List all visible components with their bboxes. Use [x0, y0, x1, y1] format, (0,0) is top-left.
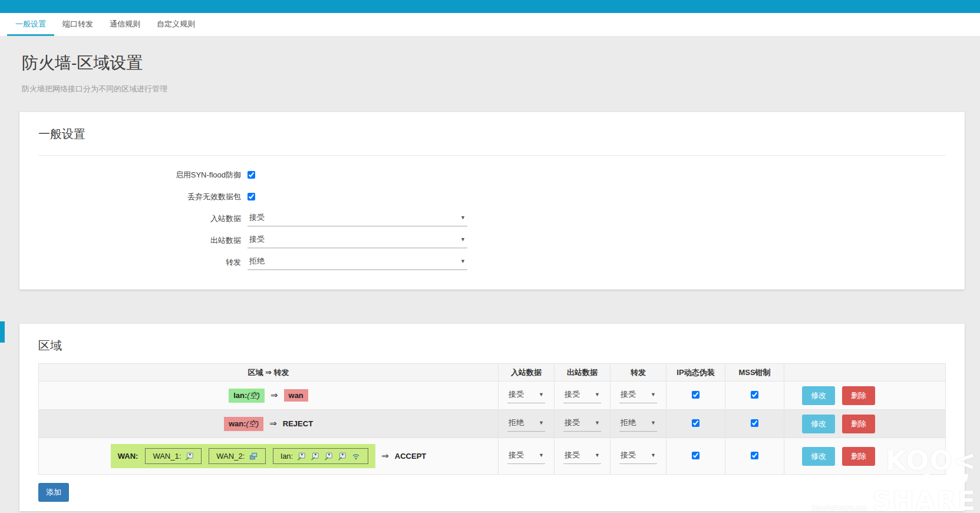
syn-flood-checkbox[interactable]	[248, 171, 255, 179]
chevron-down-icon: ▼	[539, 392, 544, 397]
chevron-down-icon: ▼	[651, 452, 656, 458]
zones-table-header: 区域 ⇒ 转发 入站数据 出站数据 转发 IP动态伪装 MSS钳制	[39, 364, 946, 382]
edit-button[interactable]: 修改	[802, 386, 835, 405]
arrow-right-icon: ⇒	[269, 418, 277, 429]
arrow-right-icon: ⇒	[270, 390, 278, 400]
ethernet-icon	[324, 452, 333, 461]
edit-button[interactable]: 修改	[802, 447, 835, 466]
zone-empty-tag: (空)	[247, 391, 260, 400]
wanmulti-forward-select[interactable]: 接受▼	[619, 449, 657, 464]
lan-output-select[interactable]: 接受▼	[563, 388, 601, 403]
iface-label: WAN_1:	[153, 452, 181, 461]
column-actions	[784, 364, 946, 382]
iface-label: WAN_2:	[216, 452, 245, 461]
iface-box-lan: lan:	[273, 448, 368, 464]
general-settings-heading: 一般设置	[38, 126, 946, 142]
wifi-icon	[351, 452, 361, 461]
form-row-input-policy: 入站数据 接受 ▼	[38, 208, 946, 229]
lan-mss-checkbox[interactable]	[751, 391, 758, 399]
tab-traffic-rules[interactable]: 通信规则	[101, 13, 149, 36]
column-input: 入站数据	[499, 364, 555, 382]
delete-button[interactable]: 删除	[842, 386, 875, 405]
wanmulti-input-value: 接受	[509, 450, 524, 461]
divider	[38, 155, 946, 156]
wan-input-select[interactable]: 拒绝▼	[507, 416, 545, 432]
lan-forward-value: 接受	[621, 389, 636, 400]
forward-policy-select[interactable]: 拒绝 ▼	[248, 254, 467, 270]
column-forward: 转发	[611, 364, 666, 382]
chevron-down-icon: ▼	[539, 420, 544, 426]
form-row-drop-invalid: 丢弃无效数据包	[38, 186, 946, 208]
card-zones: 区域 区域 ⇒ 转发 入站数据 出站数据 转发 IP动态伪装 MSS钳制 lan…	[19, 324, 965, 511]
zone-badge-lan: lan:(空)	[229, 389, 265, 403]
wan-masq-checkbox[interactable]	[692, 419, 699, 427]
tab-port-forwards[interactable]: 端口转发	[54, 13, 101, 36]
edit-button[interactable]: 修改	[802, 415, 835, 433]
wan-forward-value: 拒绝	[621, 417, 636, 428]
wanmulti-masq-checkbox[interactable]	[692, 452, 699, 459]
ethernet-icon	[185, 452, 194, 461]
chevron-down-icon: ▼	[460, 236, 466, 242]
zone-badge-wan-multi: WAN: WAN_1: WAN_2: lan:	[111, 444, 375, 468]
drop-invalid-label: 丢弃无效数据包	[38, 192, 248, 202]
wanmulti-forward-value: 接受	[621, 450, 636, 461]
wanmulti-input-select[interactable]: 接受▼	[507, 449, 545, 464]
wan-output-value: 接受	[565, 417, 580, 428]
lan-masq-checkbox[interactable]	[692, 391, 699, 399]
ethernet-icon	[338, 452, 347, 461]
wanmulti-output-value: 接受	[565, 450, 580, 461]
wan-output-select[interactable]: 接受▼	[563, 416, 601, 432]
output-policy-select[interactable]: 接受 ▼	[248, 232, 467, 248]
ethernet-icon	[311, 452, 319, 461]
input-policy-select[interactable]: 接受 ▼	[248, 211, 467, 226]
lan-input-value: 接受	[509, 389, 524, 400]
wan-forward-select[interactable]: 拒绝▼	[619, 416, 657, 432]
chevron-down-icon: ▼	[595, 420, 600, 426]
delete-button[interactable]: 删除	[842, 447, 875, 466]
page-header: 防火墙-区域设置 防火墙把网络接口分为不同的区域进行管理	[22, 52, 965, 94]
lan-forward-select[interactable]: 接受▼	[619, 388, 657, 403]
left-scroll-indicator[interactable]	[0, 321, 5, 343]
chevron-down-icon: ▼	[460, 215, 466, 221]
zone-badge-wan: wan:(空)	[224, 417, 263, 431]
lan-input-select[interactable]: 接受▼	[507, 388, 545, 403]
iface-label: lan:	[281, 452, 293, 461]
chevron-down-icon: ▼	[595, 452, 600, 458]
iface-box-wan1: WAN_1:	[145, 448, 202, 464]
wanmulti-mss-checkbox[interactable]	[751, 452, 758, 459]
zone-name: WAN:	[118, 452, 138, 461]
column-zone-forward: 区域 ⇒ 转发	[39, 364, 499, 382]
form-row-forward-policy: 转发 拒绝 ▼	[38, 251, 946, 273]
chevron-down-icon: ▼	[595, 392, 600, 397]
chevron-down-icon: ▼	[460, 258, 466, 264]
zones-heading: 区域	[38, 338, 946, 354]
zones-table: 区域 ⇒ 转发 入站数据 出站数据 转发 IP动态伪装 MSS钳制 lan:(空…	[38, 363, 946, 475]
chevron-down-icon: ▼	[651, 392, 656, 397]
add-zone-button[interactable]: 添加	[38, 483, 69, 502]
syn-flood-label: 启用SYN-flood防御	[38, 170, 248, 180]
lan-output-value: 接受	[565, 389, 580, 400]
delete-button[interactable]: 删除	[842, 415, 875, 433]
form-row-output-policy: 出站数据 接受 ▼	[38, 229, 946, 251]
tab-custom-rules[interactable]: 自定义规则	[149, 13, 203, 36]
drop-invalid-checkbox[interactable]	[248, 193, 255, 200]
ethernet-icon	[297, 452, 306, 461]
zone-empty-tag: (空)	[246, 419, 259, 428]
zone-name: wan:	[229, 419, 246, 428]
arrow-right-icon: ⇒	[381, 450, 389, 461]
column-mss-clamping: MSS钳制	[725, 364, 784, 382]
iface-box-wan2: WAN_2:	[209, 448, 266, 464]
tab-general-settings[interactable]: 一般设置	[7, 13, 54, 36]
zone-row-lan: lan:(空)⇒wan 接受▼ 接受▼ 接受▼ 修改删除	[39, 382, 946, 410]
zone-name: lan:	[233, 391, 247, 400]
column-masquerading: IP动态伪装	[666, 364, 725, 382]
wan-mss-checkbox[interactable]	[751, 419, 758, 427]
page-subtitle: 防火墙把网络接口分为不同的区域进行管理	[22, 84, 965, 94]
zone-row-wan: wan:(空)⇒REJECT 拒绝▼ 接受▼ 拒绝▼ 修改删除	[39, 410, 946, 438]
wanmulti-output-select[interactable]: 接受▼	[563, 449, 601, 464]
switch-icon	[249, 452, 258, 461]
zone-row-wan-multi: WAN: WAN_1: WAN_2: lan:	[39, 438, 946, 475]
page-title: 防火墙-区域设置	[22, 52, 965, 74]
input-policy-label: 入站数据	[38, 213, 248, 224]
output-policy-label: 出站数据	[38, 235, 248, 246]
